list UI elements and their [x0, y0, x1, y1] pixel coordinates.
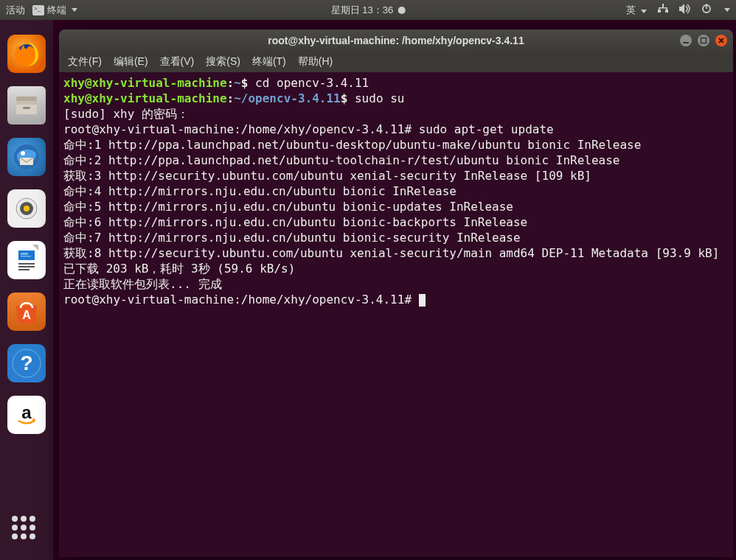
- document-icon: [12, 243, 41, 277]
- svg-rect-34: [701, 38, 707, 43]
- app-menu[interactable]: 终端: [32, 4, 77, 17]
- speaker-icon: [14, 196, 39, 221]
- svg-rect-12: [16, 101, 37, 105]
- svg-rect-3: [659, 7, 667, 9]
- amazon-icon: a: [12, 400, 41, 430]
- app-menu-label: 终端: [47, 4, 66, 17]
- output-line: [sudo] xhy 的密码：: [63, 107, 189, 121]
- input-method-indicator[interactable]: 英: [626, 4, 647, 17]
- svg-rect-5: [667, 7, 668, 10]
- prompt-path: ~/opencv-3.4.11: [234, 91, 341, 105]
- launcher-dock: A ? a: [0, 20, 53, 560]
- window-minimize-button[interactable]: [680, 35, 692, 46]
- thunderbird-icon: [11, 141, 42, 172]
- volume-icon[interactable]: [679, 4, 691, 16]
- launcher-thunderbird[interactable]: [7, 138, 46, 176]
- output-line: 命中:6 http://mirrors.nju.edu.cn/ubuntu bi…: [63, 215, 527, 229]
- output-line: 获取:8 http://security.ubuntu.com/ubuntu x…: [63, 246, 719, 260]
- menu-search[interactable]: 搜索(S): [206, 55, 240, 69]
- svg-rect-10: [16, 97, 37, 101]
- output-line: 命中:2 http://ppa.launchpad.net/ubuntu-too…: [63, 153, 619, 167]
- menu-file[interactable]: 文件(F): [68, 55, 102, 69]
- output-line: 已下载 203 kB，耗时 3秒 (59.6 kB/s): [63, 262, 295, 276]
- chevron-down-icon: [724, 8, 730, 12]
- prompt-colon: :: [227, 91, 235, 105]
- prompt-user: xhy@xhy-virtual-machine: [63, 91, 227, 105]
- prompt-user: xhy@xhy-virtual-machine: [63, 76, 227, 90]
- menu-help[interactable]: 帮助(H): [298, 55, 333, 69]
- output-line: 获取:3 http://security.ubuntu.com/ubuntu x…: [63, 169, 591, 183]
- svg-rect-21: [18, 251, 35, 260]
- launcher-ubuntu-software[interactable]: A: [7, 293, 46, 331]
- terminal-output[interactable]: xhy@xhy-virtual-machine:~$ cd opencv-3.4…: [59, 72, 733, 557]
- svg-rect-25: [18, 266, 35, 267]
- help-icon: ?: [10, 347, 43, 379]
- firefox-icon: [12, 39, 41, 69]
- svg-text:a: a: [21, 402, 32, 422]
- terminal-icon: [32, 5, 44, 15]
- command-text: cd opencv-3.4.11: [248, 76, 369, 90]
- chevron-down-icon: [72, 8, 77, 12]
- svg-rect-0: [662, 4, 664, 7]
- svg-point-15: [21, 151, 25, 155]
- command-text: sudo su: [347, 91, 404, 105]
- file-manager-icon: [12, 91, 41, 120]
- svg-rect-13: [23, 107, 30, 109]
- svg-rect-26: [18, 269, 29, 270]
- prompt-colon: :: [227, 76, 235, 90]
- gnome-topbar: 活动 终端 星期日 13：36 英: [0, 0, 736, 20]
- prompt-symbol: $: [341, 91, 348, 105]
- output-line: 命中:5 http://mirrors.nju.edu.cn/ubuntu bi…: [63, 200, 513, 214]
- svg-rect-22: [21, 253, 28, 255]
- activities-button[interactable]: 活动: [6, 4, 25, 17]
- window-title: root@xhy-virtual-machine: /home/xhy/open…: [268, 35, 524, 46]
- system-tray: 英: [626, 4, 730, 17]
- recording-indicator-icon: [397, 7, 405, 14]
- svg-marker-6: [679, 4, 684, 14]
- launcher-firefox[interactable]: [7, 35, 46, 73]
- output-line: 命中:4 http://mirrors.nju.edu.cn/ubuntu bi…: [63, 184, 456, 198]
- power-icon[interactable]: [701, 4, 712, 16]
- launcher-files[interactable]: [7, 86, 46, 125]
- launcher-libreoffice-writer[interactable]: [7, 241, 46, 279]
- svg-rect-24: [18, 263, 35, 265]
- launcher-help[interactable]: ?: [7, 344, 46, 382]
- svg-rect-33: [683, 42, 689, 43]
- output-line: 命中:7 http://mirrors.nju.edu.cn/ubuntu bi…: [63, 231, 521, 245]
- launcher-rhythmbox[interactable]: [7, 189, 46, 228]
- output-line: root@xhy-virtual-machine:/home/xhy/openc…: [63, 122, 554, 136]
- menu-terminal[interactable]: 终端(T): [252, 55, 286, 69]
- svg-text:?: ?: [20, 351, 32, 374]
- network-icon[interactable]: [657, 4, 669, 16]
- menu-edit[interactable]: 编辑(E): [114, 55, 148, 69]
- terminal-window: root@xhy-virtual-machine: /home/xhy/open…: [59, 29, 733, 557]
- window-close-button[interactable]: [715, 35, 727, 46]
- svg-point-19: [24, 206, 29, 211]
- prompt-path: ~: [234, 76, 241, 90]
- chevron-down-icon: [641, 10, 647, 13]
- window-maximize-button[interactable]: [698, 35, 709, 46]
- svg-rect-4: [659, 7, 660, 10]
- svg-rect-23: [21, 256, 31, 257]
- clock[interactable]: 星期日 13：36: [331, 4, 406, 17]
- launcher-amazon[interactable]: a: [7, 396, 46, 434]
- launcher-show-applications[interactable]: [12, 516, 41, 545]
- output-line: root@xhy-virtual-machine:/home/xhy/openc…: [63, 293, 419, 307]
- shopping-bag-icon: A: [10, 295, 43, 328]
- svg-rect-8: [706, 4, 707, 9]
- output-line: 正在读取软件包列表... 完成: [63, 277, 222, 291]
- svg-text:A: A: [22, 309, 31, 321]
- menubar: 文件(F) 编辑(E) 查看(V) 搜索(S) 终端(T) 帮助(H): [59, 52, 733, 72]
- clock-label: 星期日 13：36: [331, 4, 394, 17]
- cursor-icon: [419, 294, 426, 307]
- menu-view[interactable]: 查看(V): [160, 55, 195, 69]
- output-line: 命中:1 http://ppa.launchpad.net/ubuntu-des…: [63, 138, 641, 152]
- window-titlebar[interactable]: root@xhy-virtual-machine: /home/xhy/open…: [59, 29, 733, 52]
